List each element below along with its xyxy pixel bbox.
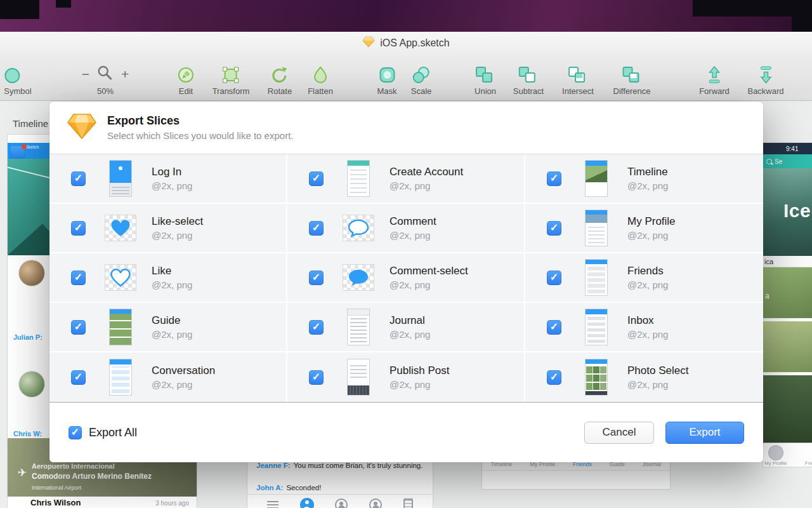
slice-checkbox[interactable] <box>309 370 324 385</box>
slice-name: Comment <box>390 215 436 228</box>
export-slices-dialog: Export Slices Select which Slices you wo… <box>49 102 763 462</box>
slice-meta: @2x, png <box>390 180 463 191</box>
search-icon <box>766 159 772 164</box>
slice-cell-timeline[interactable]: Timeline@2x, png <box>525 154 763 204</box>
toolbar-scale-button[interactable]: Scale <box>411 62 432 96</box>
desktop-wallpaper <box>0 0 812 32</box>
window-title: iOS App.sketch <box>380 37 449 49</box>
slice-cell-photo-select[interactable]: Photo Select@2x, png <box>525 352 763 402</box>
transform-icon <box>213 62 250 84</box>
slice-name: Guide <box>152 314 192 327</box>
feed-username: Julian P: <box>13 333 43 341</box>
slice-cell-like-select[interactable]: Like-select@2x, png <box>49 204 287 253</box>
symbol-icon <box>0 62 32 84</box>
slice-meta: @2x, png <box>152 329 192 340</box>
guide-thumbnail <box>102 309 139 345</box>
toolbar-rotate-button[interactable]: Rotate <box>268 62 292 96</box>
slice-checkbox[interactable] <box>547 171 561 186</box>
toolbar-difference-button[interactable]: Difference <box>613 62 650 96</box>
mock-tabbar: My Profile Frien <box>763 443 812 467</box>
slice-name: Friends <box>627 265 668 277</box>
slice-checkbox[interactable] <box>547 271 561 285</box>
export-all-checkbox[interactable] <box>69 426 82 439</box>
screen: iOS App.sketch Symbol − + 50% Edit <box>0 0 812 508</box>
toolbar-edit-button[interactable]: Edit <box>176 62 195 96</box>
slice-name: Conversation <box>152 364 215 377</box>
slice-meta: @2x, png <box>390 379 450 390</box>
dialog-footer: Export All Cancel Export <box>49 403 763 462</box>
mock-photo: a <box>763 267 812 318</box>
slice-cell-publish-post[interactable]: Publish Post@2x, png <box>287 352 525 402</box>
toolbar-mask-button[interactable]: Mask <box>377 62 396 96</box>
slice-checkbox[interactable] <box>309 271 324 285</box>
slice-meta: @2x, png <box>390 329 430 340</box>
photo-headline: Icel <box>783 200 812 222</box>
magnifier-icon[interactable] <box>97 65 114 83</box>
slice-checkbox[interactable] <box>71 221 86 236</box>
journal-thumbnail <box>340 309 377 345</box>
export-all-label: Export All <box>89 426 137 439</box>
slice-cell-my-profile[interactable]: My Profile@2x, png <box>525 204 763 253</box>
slice-checkbox[interactable] <box>71 271 86 285</box>
slice-cell-journal[interactable]: Journal@2x, png <box>287 303 525 352</box>
slice-checkbox[interactable] <box>71 171 86 186</box>
toolbar-forward-button[interactable]: Forward <box>699 62 730 96</box>
heart-outline-thumbnail <box>102 265 139 290</box>
artboard-iceland[interactable]: 9:41 Se Icel ica a My Profile Frien <box>763 143 812 467</box>
slice-meta: @2x, png <box>390 279 468 290</box>
toolbar-backward-button[interactable]: Backward <box>747 62 783 96</box>
slice-meta: @2x, png <box>152 379 215 390</box>
toolbar: Symbol − + 50% Edit Transform <box>0 55 812 101</box>
toolbar-flatten-button[interactable]: Flatten <box>308 62 333 96</box>
toolbar-subtract-button[interactable]: Subtract <box>513 62 544 96</box>
slice-checkbox[interactable] <box>71 320 86 335</box>
difference-icon <box>613 62 650 84</box>
slice-meta: @2x, png <box>390 230 436 241</box>
artboard-title-timeline[interactable]: Timeline <box>13 118 48 129</box>
zoom-in-button[interactable]: + <box>121 67 129 81</box>
slice-name: Log In <box>152 166 192 178</box>
mock-photo <box>763 321 812 372</box>
slice-cell-guide[interactable]: Guide@2x, png <box>49 303 287 352</box>
slice-checkbox[interactable] <box>309 171 324 186</box>
union-icon <box>475 62 496 84</box>
slice-meta: @2x, png <box>627 329 668 340</box>
cancel-button[interactable]: Cancel <box>584 422 654 444</box>
intersect-icon <box>562 62 594 84</box>
toolbar-transform-button[interactable]: Transform <box>213 62 250 96</box>
edit-pencil-icon <box>176 62 195 84</box>
slice-checkbox[interactable] <box>547 221 561 236</box>
slice-checkbox[interactable] <box>547 370 561 385</box>
slice-checkbox[interactable] <box>309 320 324 335</box>
airplane-icon: ✈ <box>18 466 27 479</box>
mock-photo: Icel <box>763 168 812 256</box>
contact-icon <box>369 498 382 508</box>
slices-grid: Log In@2x, png Create Account@2x, png Ti… <box>49 154 763 403</box>
slice-checkbox[interactable] <box>309 221 324 236</box>
slice-cell-inbox[interactable]: Inbox@2x, png <box>525 303 763 352</box>
contact-icon <box>335 498 348 508</box>
slice-checkbox[interactable] <box>547 320 561 335</box>
profile-icon <box>300 498 314 508</box>
slice-cell-comment[interactable]: Comment@2x, png <box>287 204 525 253</box>
export-button[interactable]: Export <box>665 422 744 444</box>
slice-cell-create-account[interactable]: Create Account@2x, png <box>287 154 525 204</box>
toolbar-intersect-button[interactable]: Intersect <box>562 62 594 96</box>
slice-cell-friends[interactable]: Friends@2x, png <box>525 253 763 303</box>
toolbar-union-button[interactable]: Union <box>475 62 496 96</box>
toolbar-symbol-button[interactable]: Symbol <box>4 62 31 96</box>
slice-cell-conversation[interactable]: Conversation@2x, png <box>49 352 287 402</box>
slice-checkbox[interactable] <box>71 370 86 385</box>
slice-meta: @2x, png <box>152 230 203 241</box>
slice-cell-login[interactable]: Log In@2x, png <box>49 154 287 204</box>
export-all-toggle[interactable]: Export All <box>69 426 573 439</box>
mock-searchbar: Se <box>763 154 812 168</box>
zoom-out-button[interactable]: − <box>82 67 89 81</box>
slice-cell-like[interactable]: Like@2x, png <box>49 253 287 303</box>
wallpaper-shape <box>693 0 812 17</box>
slice-meta: @2x, png <box>627 279 668 290</box>
zoom-level: 50% <box>82 86 129 96</box>
slice-name: My Profile <box>627 215 676 228</box>
slice-cell-comment-select[interactable]: Comment-select@2x, png <box>287 253 525 303</box>
slice-name: Comment-select <box>390 265 468 277</box>
